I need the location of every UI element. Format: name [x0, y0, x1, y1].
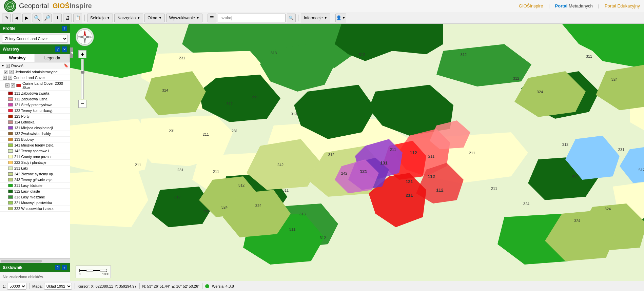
bottom-sep-3 [139, 283, 140, 289]
szklownik-label: Szklownik [3, 265, 22, 270]
corine-vis-checkbox[interactable] [8, 76, 12, 80]
warstwy-label: Warstwy [3, 47, 19, 52]
layer-tree: ▼ Rozwiń 🔖 Jednostki administracyjne Cor… [0, 62, 70, 258]
svg-text:231: 231 [179, 56, 185, 60]
map-svg: 231 313 312 312 311 211 324 312 211 231 … [70, 24, 644, 281]
svg-text:1000m: 1000m [102, 272, 109, 276]
back-btn[interactable]: ◀ [12, 14, 21, 22]
list-btn[interactable]: ☰ [208, 14, 216, 22]
forward-btn[interactable]: ▶ [22, 14, 31, 22]
svg-text:E: E [90, 36, 92, 38]
sidebar-collapse-btn[interactable]: ◀ [70, 47, 73, 58]
label-231: 231 Łąki [14, 166, 28, 170]
layer-corine-2000[interactable]: Corine Land Cover 2000 - Skor [0, 81, 70, 91]
tree-group-rozwin[interactable]: ▼ Rozwiń 🔖 [0, 62, 70, 69]
warstwy-close-btn[interactable]: ✕ [62, 46, 67, 52]
svg-text:311: 311 [282, 188, 289, 192]
corine2000-vis-checkbox[interactable] [11, 83, 15, 88]
svg-text:231: 231 [232, 129, 238, 133]
corine2000-checkbox[interactable] [5, 83, 9, 88]
legend-321: 321 Murawy i pastwiska [0, 200, 70, 206]
label-321: 321 Murawy i pastwiska [14, 201, 52, 205]
swatch-123 [8, 115, 13, 118]
jednostki-vis-checkbox[interactable] [9, 70, 14, 74]
toolbar-sep-1 [84, 15, 85, 21]
rozwin-checkbox[interactable] [6, 64, 10, 68]
sidebar-status-text: Nie znaleziono obiektów. [0, 272, 70, 281]
profile-dropdown-row: Zbiory Corine Land Cover [0, 33, 70, 44]
tab-legenda[interactable]: Legenda [35, 54, 70, 62]
layer-tree-scrollbar[interactable] [0, 258, 70, 263]
compass-control[interactable]: N S W E [76, 28, 94, 46]
svg-text:324: 324 [537, 90, 543, 94]
svg-text:231: 231 [618, 148, 624, 152]
tab-warstwy[interactable]: Warstwy [0, 54, 35, 62]
legend-222: 222 Sady i plantacje [0, 160, 70, 166]
swatch-311 [8, 184, 13, 187]
print-btn[interactable]: 🖨 [63, 14, 72, 22]
warstwy-help-btn[interactable]: ? [55, 46, 60, 52]
svg-text:W: W [78, 36, 80, 38]
info-btn[interactable]: ℹ [53, 14, 62, 22]
clipboard-btn[interactable]: 📋 [73, 14, 82, 22]
zoom-out-map-btn[interactable]: − [78, 100, 86, 108]
map-item: Mapa: Układ 1992 [32, 283, 72, 290]
scale-bar: 0 1000m [76, 266, 111, 278]
rozwin-triangle: ▼ [1, 64, 4, 67]
szklownik-add-btn[interactable]: + [62, 265, 67, 270]
map-select[interactable]: Układ 1992 [44, 283, 72, 290]
portal-metadanych-link[interactable]: Portal Metadanych [555, 3, 593, 8]
user-menu-btn[interactable]: 👤▼ [335, 14, 346, 22]
informacje-menu[interactable]: Informacje ▼ [301, 14, 330, 22]
app-title-text: Geoportal GIOŚInspire [19, 2, 92, 10]
portal-edukacyjny-link[interactable]: Portal Edukacyjny [605, 3, 640, 8]
label-242: 242 Złożone systemy up. [14, 172, 54, 176]
jednostki-checkbox[interactable] [4, 70, 8, 74]
label-311: 311 Lasy liściaste [14, 183, 42, 188]
layer-jednostki[interactable]: Jednostki administracyjne [0, 69, 70, 75]
zoom-out-btn[interactable]: 🔎 [43, 14, 52, 22]
cursor-label: Kursor: [78, 284, 90, 288]
szklownik-help-btn[interactable]: ? [55, 265, 60, 270]
svg-text:131: 131 [380, 160, 388, 166]
bottom-status-bar: 1: 50000 Mapa: Układ 1992 Kursor: X: 622… [0, 281, 644, 291]
pointer-tool-btn[interactable]: 🖱 [2, 14, 11, 22]
svg-text:313: 313 [299, 212, 306, 216]
svg-text:131: 131 [406, 179, 413, 184]
gios-inspire-link[interactable]: GIOŚInspire [519, 3, 543, 8]
profile-help-btn[interactable]: ? [62, 26, 67, 31]
cursor-x: X: 622380.11 [91, 284, 113, 288]
zoom-in-btn[interactable]: 🔍 [33, 14, 41, 22]
okna-menu[interactable]: Okna ▼ [144, 14, 165, 22]
svg-text:211: 211 [491, 187, 497, 191]
zoom-in-map-btn[interactable]: + [78, 50, 86, 58]
label-124: 124 Lotniska [14, 120, 35, 124]
legend-243: 243 Tereny głównie zaje. [0, 177, 70, 183]
app-branding: GŚ Geoportal GIOŚInspire [4, 0, 92, 12]
map-container[interactable]: 231 313 312 312 311 211 324 312 211 231 … [70, 24, 644, 281]
sidebar-tabs: Warstwy Legenda [0, 54, 70, 62]
corine-checkbox[interactable] [3, 76, 7, 80]
svg-text:GŚ: GŚ [8, 5, 12, 8]
layer-corine[interactable]: Corine Land Cover [0, 75, 70, 81]
scale-select[interactable]: 50000 [7, 283, 26, 290]
selekcja-menu[interactable]: Selekcja ▼ [87, 14, 113, 22]
legend-142: 142 Tereny sportowe i [0, 148, 70, 154]
bottom-sep-2 [75, 283, 75, 289]
search-submit-btn[interactable]: 🔍 [287, 14, 296, 22]
svg-text:312: 312 [562, 142, 568, 147]
narzedzia-menu[interactable]: Narzędzia ▼ [114, 14, 143, 22]
corine2000-label: Corine Land Cover 2000 - Skor [22, 81, 68, 90]
profile-select[interactable]: Zbiory Corine Land Cover [2, 35, 68, 43]
label-322: 322 Wrzosowiska i zakrz. [14, 207, 54, 211]
svg-rect-74 [86, 270, 93, 271]
svg-text:312: 312 [227, 102, 233, 106]
top-navigation: GŚ Geoportal GIOŚInspire GIOŚInspire | P… [0, 0, 644, 12]
search-input[interactable] [218, 14, 286, 22]
label-312: 312 Lasy iglaste [14, 189, 40, 193]
toolbar-sep-2 [205, 15, 205, 21]
svg-text:0: 0 [79, 272, 80, 276]
swatch-132 [8, 132, 13, 135]
wyszukiwanie-menu[interactable]: Wyszukiwanie ▼ [166, 14, 202, 22]
swatch-211 [8, 155, 13, 158]
